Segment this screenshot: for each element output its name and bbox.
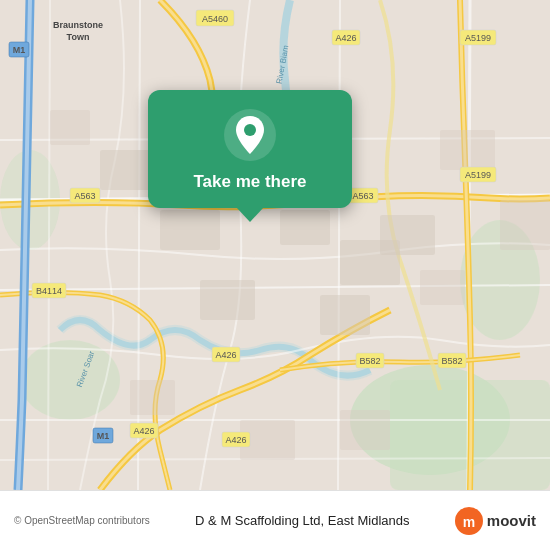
svg-text:A426: A426 <box>215 350 236 360</box>
svg-text:A5199: A5199 <box>465 33 491 43</box>
bottom-bar: © OpenStreetMap contributors D & M Scaff… <box>0 490 550 550</box>
svg-rect-19 <box>200 280 255 320</box>
svg-rect-25 <box>340 410 390 450</box>
moovit-icon: m <box>455 507 483 535</box>
svg-text:A426: A426 <box>133 426 154 436</box>
svg-text:Braunstone: Braunstone <box>53 20 103 30</box>
moovit-logo: m moovit <box>455 507 536 535</box>
svg-text:A5460: A5460 <box>202 14 228 24</box>
svg-point-62 <box>244 124 256 136</box>
svg-text:B582: B582 <box>441 356 462 366</box>
svg-text:B582: B582 <box>359 356 380 366</box>
svg-text:A426: A426 <box>225 435 246 445</box>
svg-text:A5199: A5199 <box>465 170 491 180</box>
take-me-there-button[interactable]: Take me there <box>193 172 306 192</box>
map-container: A5460 A426 A5199 A5199 A563 A563 B4114 A… <box>0 0 550 490</box>
svg-text:Town: Town <box>67 32 90 42</box>
place-name: D & M Scaffolding Ltd, East Midlands <box>150 513 455 528</box>
svg-text:m: m <box>463 514 475 530</box>
svg-rect-27 <box>440 130 495 170</box>
location-pin-icon <box>223 108 277 162</box>
moovit-brand-label: moovit <box>487 512 536 529</box>
svg-rect-18 <box>100 150 150 190</box>
svg-rect-16 <box>280 210 330 245</box>
map-attribution: © OpenStreetMap contributors <box>14 515 150 526</box>
popup-card[interactable]: Take me there <box>148 90 352 208</box>
svg-text:B4114: B4114 <box>36 286 62 296</box>
svg-rect-15 <box>160 210 220 250</box>
svg-rect-23 <box>130 380 175 415</box>
svg-text:M1: M1 <box>97 431 110 441</box>
svg-rect-22 <box>420 270 465 305</box>
svg-rect-20 <box>320 295 370 335</box>
svg-text:A426: A426 <box>335 33 356 43</box>
svg-text:A563: A563 <box>74 191 95 201</box>
svg-rect-26 <box>50 110 90 145</box>
svg-rect-28 <box>500 200 550 250</box>
svg-text:M1: M1 <box>13 45 26 55</box>
svg-text:A563: A563 <box>352 191 373 201</box>
svg-rect-21 <box>380 215 435 255</box>
